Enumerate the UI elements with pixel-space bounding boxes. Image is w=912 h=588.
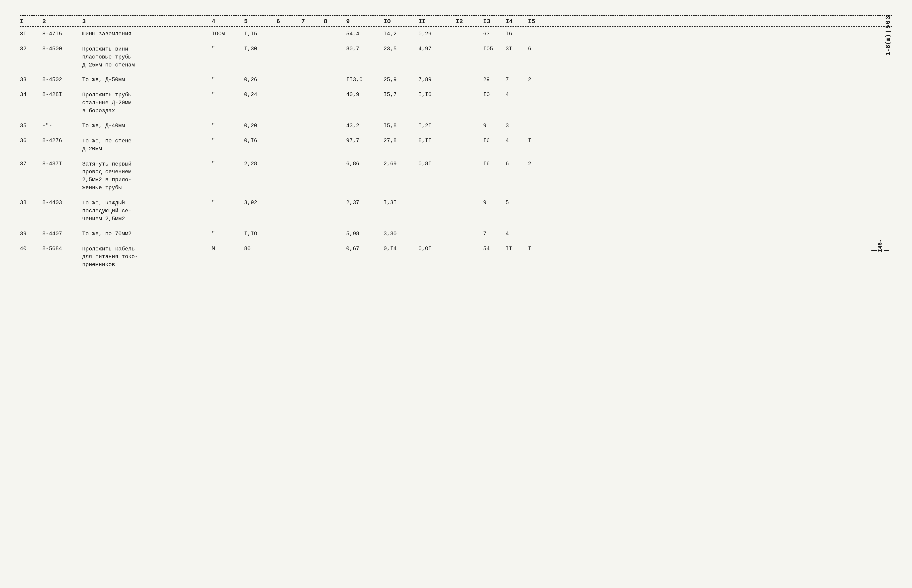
top-border (20, 15, 892, 16)
cell-row4-col2: -"- (42, 122, 82, 130)
cell-row2-col15: 2 (528, 76, 550, 84)
side-label-146: |I46-| (871, 239, 889, 252)
header-col-8: 8 (324, 18, 346, 25)
cell-row0-col10: I4,2 (383, 31, 419, 38)
cell-row3-col1: 34 (20, 91, 42, 99)
cell-row7-col2: 8-4403 (42, 199, 82, 207)
cell-row2-col14: 7 (506, 76, 528, 84)
cell-row2-col3: То же, Д-50мм (82, 76, 212, 84)
cell-row1-col1: 32 (20, 45, 42, 53)
cell-row0-col2: 8-47I5 (42, 31, 82, 38)
cell-row6-col9: 6,86 (346, 160, 383, 168)
cell-row5-col13: I6 (483, 137, 506, 145)
cell-row7-col4: " (212, 199, 244, 207)
cell-row4-col3: То же, Д-40мм (82, 122, 212, 130)
table-row: 368-4276То же, по стенеД-20мм"0,I697,727… (20, 134, 892, 157)
cell-row0-col4: IOOм (212, 31, 244, 38)
table-row: 338-4502То же, Д-50мм"0,26II3,025,97,892… (20, 73, 892, 88)
cell-row1-col10: 23,5 (383, 45, 419, 53)
cell-row1-col15: 6 (528, 45, 550, 53)
cell-row8-col2: 8-4407 (42, 230, 82, 238)
side-separator-top: | (885, 30, 891, 33)
cell-row4-col11: I,2I (419, 122, 456, 130)
cell-row3-col13: IO (483, 91, 506, 99)
cell-row0-col14: I6 (506, 31, 528, 38)
header-col-6: 6 (277, 18, 301, 25)
cell-row3-col5: 0,24 (244, 91, 277, 99)
cell-row7-col1: 38 (20, 199, 42, 207)
table-row: 348-428IПроложить трубыстальные Д-20ммв … (20, 88, 892, 119)
side-label-503: 503 (885, 15, 892, 29)
cell-row1-col11: 4,97 (419, 45, 456, 53)
cell-row2-col13: 29 (483, 76, 506, 84)
cell-row7-col13: 9 (483, 199, 506, 207)
cell-row4-col1: 35 (20, 122, 42, 130)
table-row: 408-5684Проложить кабельдля питания токо… (20, 242, 892, 273)
cell-row5-col9: 97,7 (346, 137, 383, 145)
header-col-10: IO (383, 18, 419, 25)
cell-row4-col13: 9 (483, 122, 506, 130)
cell-row8-col13: 7 (483, 230, 506, 238)
cell-row9-col9: 0,67 (346, 245, 383, 253)
cell-row6-col11: 0,8I (419, 160, 456, 168)
cell-row9-col3: Проложить кабельдля питания токо-приемни… (82, 245, 212, 269)
cell-row3-col2: 8-428I (42, 91, 82, 99)
cell-row0-col9: 54,4 (346, 31, 383, 38)
cell-row5-col14: 4 (506, 137, 528, 145)
cell-row1-col13: IO5 (483, 45, 506, 53)
cell-row5-col3: То же, по стенеД-20мм (82, 137, 212, 153)
header-col-1: I (20, 18, 42, 25)
cell-row7-col14: 5 (506, 199, 528, 207)
cell-row7-col10: I,3I (383, 199, 419, 207)
cell-row3-col14: 4 (506, 91, 528, 99)
cell-row9-col2: 8-5684 (42, 245, 82, 253)
cell-row6-col1: 37 (20, 160, 42, 168)
cell-row0-col5: I,I5 (244, 31, 277, 38)
header-col-5: 5 (244, 18, 277, 25)
cell-row9-col11: 0,OI (419, 245, 456, 253)
cell-row7-col3: То же, каждыйпоследующий се-чением 2,5мм… (82, 199, 212, 223)
cell-row8-col14: 4 (506, 230, 528, 238)
cell-row9-col4: М (212, 245, 244, 253)
cell-row5-col5: 0,I6 (244, 137, 277, 145)
cell-row6-col5: 2,28 (244, 160, 277, 168)
side-label-8w: 1-8(ш) (885, 34, 892, 55)
cell-row0-col11: 0,29 (419, 31, 456, 38)
cell-row8-col1: 39 (20, 230, 42, 238)
cell-row8-col9: 5,98 (346, 230, 383, 238)
cell-row6-col2: 8-437I (42, 160, 82, 168)
header-col-9: 9 (346, 18, 383, 25)
cell-row9-col14: II (506, 245, 528, 253)
cell-row6-col3: Затянуть первыйпровод сечением2,5мм2 в п… (82, 160, 212, 192)
table-row: 35-"-То же, Д-40мм"0,2043,2I5,8I,2I93 (20, 119, 892, 134)
header-col-11: II (419, 18, 456, 25)
cell-row1-col5: I,30 (244, 45, 277, 53)
cell-row5-col4: " (212, 137, 244, 145)
cell-row0-col13: 63 (483, 31, 506, 38)
cell-row2-col10: 25,9 (383, 76, 419, 84)
header-col-2: 2 (42, 18, 82, 25)
cell-row2-col11: 7,89 (419, 76, 456, 84)
header-col-3: 3 (82, 18, 212, 25)
cell-row3-col10: I5,7 (383, 91, 419, 99)
cell-row8-col3: То же, по 70мм2 (82, 230, 212, 238)
table-row: 378-437IЗатянуть первыйпровод сечением2,… (20, 157, 892, 196)
cell-row1-col4: " (212, 45, 244, 53)
cell-row3-col9: 40,9 (346, 91, 383, 99)
table-row: 398-4407То же, по 70мм2"I,IO5,983,3074 (20, 227, 892, 242)
cell-row6-col15: 2 (528, 160, 550, 168)
cell-row8-col4: " (212, 230, 244, 238)
cell-row5-col11: 8,II (419, 137, 456, 145)
table-row: 328-4500Проложить вини-пластовые трубыД-… (20, 42, 892, 73)
header-col-13: I3 (483, 18, 506, 25)
cell-row6-col10: 2,69 (383, 160, 419, 168)
cell-row4-col9: 43,2 (346, 122, 383, 130)
table-row: 3I8-47I5Шины заземленияIOOмI,I554,4I4,20… (20, 27, 892, 42)
cell-row5-col15: I (528, 137, 550, 145)
cell-row3-col11: I,I6 (419, 91, 456, 99)
cell-row5-col1: 36 (20, 137, 42, 145)
cell-row2-col9: II3,0 (346, 76, 383, 84)
cell-row6-col4: " (212, 160, 244, 168)
cell-row4-col4: " (212, 122, 244, 130)
cell-row7-col5: 3,92 (244, 199, 277, 207)
